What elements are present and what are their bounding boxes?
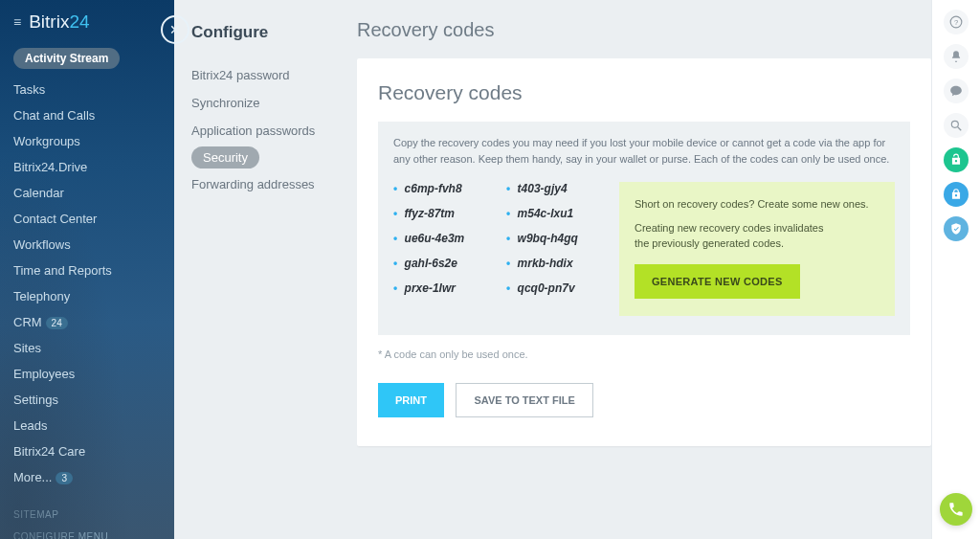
sidebar-item-more[interactable]: More...3 <box>13 464 161 490</box>
sidebar-item-label: More... <box>13 470 52 484</box>
recovery-code: t403-gjy4 <box>506 182 619 195</box>
recovery-code: mrkb-hdix <box>506 257 619 270</box>
sidebar-item-label: Sites <box>13 341 41 355</box>
sidebar-item-workflows[interactable]: Workflows <box>13 232 161 258</box>
sidebar-item-drive[interactable]: Bitrix24.Drive <box>13 154 161 180</box>
page-title: Recovery codes <box>357 19 931 41</box>
sidebar-item-label: Employees <box>13 367 75 381</box>
sidebar-item-telephony[interactable]: Telephony <box>13 283 161 309</box>
configure-title: Configure <box>191 23 347 42</box>
sidebar-item-label: Bitrix24.Drive <box>13 160 87 174</box>
sidebar-item-label: Tasks <box>13 82 45 97</box>
sidebar-item-label: Workgroups <box>13 134 80 148</box>
help-icon[interactable]: ? <box>944 10 969 34</box>
recovery-code: prxe-1lwr <box>393 281 506 295</box>
recovery-code: w9bq-h4gq <box>506 232 619 245</box>
recovery-code: ffyz-87tm <box>393 207 506 220</box>
sidebar-item-label: Workflows <box>13 237 71 252</box>
sidebar-item-activity-stream[interactable]: Activity Stream <box>13 48 120 69</box>
sidebar-item-label: Leads <box>13 418 47 433</box>
gen-text-2b: the previously generated codes. <box>635 237 784 249</box>
config-item-label: Synchronize <box>191 96 260 110</box>
sidebar-item-sites[interactable]: Sites <box>13 335 161 361</box>
bell-icon[interactable] <box>944 44 969 69</box>
sidebar-item-label: Time and Reports <box>13 263 112 278</box>
call-icon[interactable] <box>940 493 972 526</box>
recovery-code: ue6u-4e3m <box>393 232 506 245</box>
sidebar-item-calendar[interactable]: Calendar <box>13 180 161 206</box>
config-item-forwarding[interactable]: Forwarding addresses <box>191 170 347 198</box>
brand-logo[interactable]: ≡ Bitrix24 <box>0 0 174 48</box>
shield-icon[interactable] <box>944 216 969 241</box>
config-item-security[interactable]: Security <box>191 146 259 168</box>
hint-text: Copy the recovery codes you may need if … <box>393 135 895 167</box>
footnote: * A code can only be used once. <box>378 348 910 360</box>
config-item-app-pwd[interactable]: Application passwords <box>191 117 347 145</box>
gen-text-1: Short on recovery codes? Create some new… <box>635 197 880 212</box>
recovery-code: m54c-lxu1 <box>506 207 619 220</box>
sidebar-item-leads[interactable]: Leads <box>13 413 161 438</box>
config-item-label: Bitrix24 password <box>191 68 290 82</box>
sidebar-item-label: Bitrix24 Care <box>13 444 85 459</box>
sidebar-item-label: Contact Center <box>13 212 97 226</box>
sidebar-item-tasks[interactable]: Tasks <box>13 77 161 102</box>
sidebar-item-settings[interactable]: Settings <box>13 387 161 413</box>
sidebar-item-label: Telephony <box>13 289 70 303</box>
close-icon[interactable]: ✕ <box>161 15 189 44</box>
chat-icon[interactable] <box>944 79 969 103</box>
sidebar-item-time-reports[interactable]: Time and Reports <box>13 258 161 283</box>
svg-point-2 <box>951 121 958 127</box>
config-item-label: Application passwords <box>191 124 315 138</box>
sidebar-item-label: Calendar <box>13 186 64 200</box>
print-button[interactable]: PRINT <box>378 383 444 417</box>
recovery-card: Recovery codes Copy the recovery codes y… <box>357 58 931 446</box>
sidebar-item-employees[interactable]: Employees <box>13 361 161 387</box>
crm-badge: 24 <box>46 317 68 329</box>
config-item-password[interactable]: Bitrix24 password <box>191 61 347 89</box>
config-item-label: Security <box>203 150 248 165</box>
config-item-label: Forwarding addresses <box>191 177 315 191</box>
card-title: Recovery codes <box>378 81 910 104</box>
recovery-code: qcq0-pn7v <box>506 281 619 295</box>
lock-open-icon[interactable] <box>944 147 969 172</box>
configure-menu-link[interactable]: CONFIGURE MENU <box>13 526 161 539</box>
sidebar-item-care[interactable]: Bitrix24 Care <box>13 438 161 464</box>
save-button[interactable]: SAVE TO TEXT FILE <box>456 383 592 417</box>
sidebar-item-label: Settings <box>13 393 58 407</box>
config-item-synchronize[interactable]: Synchronize <box>191 89 347 117</box>
lock-icon[interactable] <box>944 182 969 207</box>
sitemap-link[interactable]: SITEMAP <box>13 504 161 526</box>
svg-line-3 <box>958 127 962 131</box>
recovery-code: c6mp-fvh8 <box>393 182 506 195</box>
generate-panel: Short on recovery codes? Create some new… <box>619 182 895 316</box>
sidebar-item-label: Chat and Calls <box>13 108 95 123</box>
svg-text:?: ? <box>954 18 958 27</box>
recovery-code: gahl-6s2e <box>393 257 506 270</box>
sidebar-item-label: CRM <box>13 315 42 329</box>
generate-codes-button[interactable]: GENERATE NEW CODES <box>635 264 800 299</box>
sidebar-item-crm[interactable]: CRM24 <box>13 309 161 335</box>
sidebar-item-workgroups[interactable]: Workgroups <box>13 128 161 154</box>
hamburger-icon[interactable]: ≡ <box>13 14 21 30</box>
more-badge: 3 <box>56 472 73 484</box>
search-icon[interactable] <box>944 113 969 138</box>
gen-text-2a: Creating new recovery codes invalidates <box>635 222 824 234</box>
sidebar-item-chat[interactable]: Chat and Calls <box>13 102 161 128</box>
sidebar-item-contact-center[interactable]: Contact Center <box>13 206 161 232</box>
